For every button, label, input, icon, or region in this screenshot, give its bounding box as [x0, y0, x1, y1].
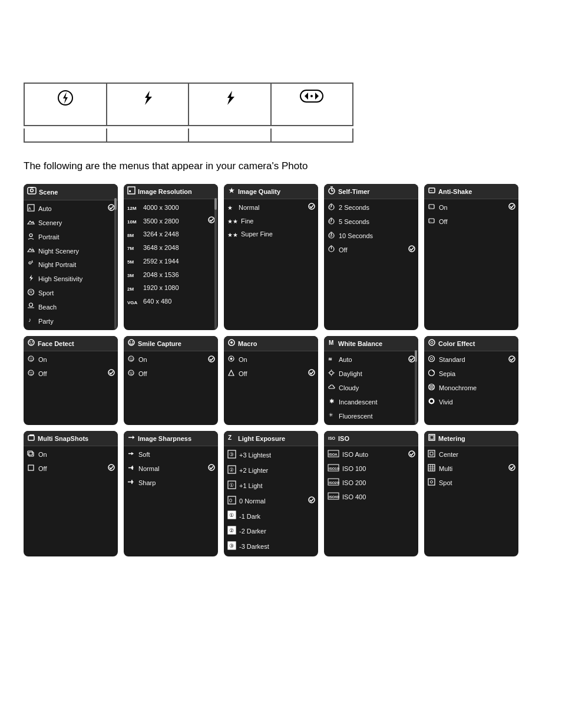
menu-header-icon-macro	[227, 338, 236, 348]
svg-text:ISO200: ISO200	[329, 481, 339, 485]
menu-item[interactable]: Multi	[424, 462, 518, 476]
menu-item[interactable]: Soft	[124, 448, 218, 462]
menu-item-checkmark-image-sharpness-1	[208, 464, 215, 474]
menu-item-icon-color-effect-0	[428, 355, 436, 365]
menu-item-checkmark-self-timer-3	[408, 245, 415, 255]
menu-item-label-image-sharpness-0: Soft	[138, 450, 150, 459]
menu-items-image-quality: ★Normal★★Fine★★Super Fine	[224, 199, 318, 243]
menu-item-label-smile-capture-0: On	[138, 355, 147, 364]
menu-item-icon-image-sharpness-1	[127, 464, 135, 475]
menu-item[interactable]: Off	[324, 243, 418, 257]
menu-item[interactable]: RSport	[24, 286, 118, 301]
menu-item[interactable]: Standard	[424, 353, 518, 367]
menu-item[interactable]: Daylight	[324, 367, 418, 381]
menu-item-icon-white-balance-0: ≋	[328, 355, 336, 365]
mode-cell-flash-on[interactable]	[107, 84, 190, 125]
svg-text:①: ①	[229, 482, 234, 488]
menu-items-multi-snapshots: OnOff	[24, 446, 118, 478]
menu-item[interactable]: Cloudy	[324, 381, 418, 396]
menu-item-label-iso-1: ISO 100	[342, 465, 366, 473]
menu-item[interactable]: Off	[124, 367, 218, 381]
menu-panel-smile-capture: Smile CaptureOnOff	[124, 336, 218, 425]
menu-scroll-bar-image-resolution[interactable]	[214, 198, 217, 329]
menu-item[interactable]: Center	[424, 448, 518, 462]
menu-item[interactable]: VGA640 x 480	[124, 295, 218, 309]
menu-header-self-timer: Self-Timer	[324, 184, 418, 199]
menu-panel-self-timer: Self-Timer22 Seconds55 Seconds1010 Secon…	[324, 184, 418, 330]
menu-header-icon-self-timer	[328, 186, 336, 196]
svg-point-71	[128, 370, 134, 375]
menu-item[interactable]: Off	[24, 462, 118, 476]
menu-item[interactable]: ISO400ISO 400	[324, 490, 418, 505]
menu-panel-macro: MacroOnOff	[224, 336, 318, 425]
flash-auto-icon	[33, 90, 98, 106]
menu-item[interactable]: 1010 Seconds	[324, 229, 418, 243]
menu-item[interactable]: 8M3264 x 2448	[124, 228, 218, 242]
menu-item[interactable]: ♪Party	[24, 314, 118, 328]
menu-item[interactable]: Spot	[424, 476, 518, 490]
menu-scroll-bar-scene[interactable]	[114, 198, 117, 329]
menu-item[interactable]: Vivid	[424, 396, 518, 410]
menu-item[interactable]: Beach	[24, 301, 118, 315]
menu-item[interactable]: On	[24, 353, 118, 367]
menu-item[interactable]: 55 Seconds	[324, 215, 418, 229]
mode-cell-flash-off[interactable]	[189, 84, 272, 125]
menu-item[interactable]: Scenery	[24, 216, 118, 230]
menu-item-label-face-detect-1: Off	[38, 370, 47, 378]
menu-item[interactable]: ~On	[424, 201, 518, 215]
menu-item[interactable]: ③-3 Darkest	[224, 539, 318, 555]
menu-item[interactable]: Sepia	[424, 367, 518, 381]
menu-item[interactable]: On	[24, 448, 118, 462]
menu-item[interactable]: ISO100ISO 100	[324, 462, 418, 476]
menu-item[interactable]: 22 Seconds	[324, 201, 418, 215]
menu-item[interactable]: ISOAISO Auto	[324, 448, 418, 462]
menu-item-icon-image-quality-1: ★★	[227, 216, 238, 226]
menu-item[interactable]: ISO200ISO 200	[324, 476, 418, 490]
menu-item[interactable]: Sharp	[124, 476, 218, 490]
menu-item[interactable]: Normal	[124, 462, 218, 476]
menu-item[interactable]: AAuto	[24, 202, 118, 216]
svg-rect-8	[28, 187, 36, 194]
menu-item[interactable]: ②+2 Lighter	[224, 463, 318, 479]
menu-item[interactable]: 10M3500 x 2800	[124, 215, 218, 228]
svg-marker-108	[131, 452, 134, 455]
menu-item[interactable]: ★★Fine	[224, 215, 318, 228]
menu-item[interactable]: ✱Incandescent	[324, 396, 418, 410]
menu-item[interactable]: On	[124, 353, 218, 367]
menu-item[interactable]: Night Portrait	[24, 258, 118, 272]
menu-item[interactable]: ★Normal	[224, 201, 318, 215]
mode-cell-timer[interactable]	[272, 84, 353, 125]
menu-item[interactable]: ✳Fluorescent	[324, 409, 418, 423]
menu-item[interactable]: ①-1 Dark	[224, 509, 318, 524]
menu-item[interactable]: Portrait	[24, 230, 118, 245]
menu-item[interactable]: ~Off	[424, 215, 518, 229]
menu-item[interactable]: Off	[224, 367, 318, 381]
menu-item[interactable]: ③+3 Lightest	[224, 448, 318, 463]
menu-item[interactable]: High Sensitivity	[24, 272, 118, 286]
menu-item-label-iso-3: ISO 400	[342, 493, 366, 502]
menu-item[interactable]: Monochrome	[424, 381, 518, 396]
menu-item[interactable]: 7M3648 x 2048	[124, 241, 218, 255]
menu-item[interactable]: On	[224, 353, 318, 367]
menu-item[interactable]: ★★Super Fine	[224, 228, 318, 242]
menu-item-icon-white-balance-4: ✳	[328, 411, 336, 421]
menu-item-label-image-resolution-6: 1920 x 1080	[143, 284, 179, 292]
menu-item-icon-scene-0: A	[27, 204, 35, 215]
menu-item-label-metering-1: Multi	[439, 465, 452, 473]
menu-item[interactable]: Night Scenery	[24, 244, 118, 258]
mode-cell-flash-auto[interactable]	[25, 84, 107, 125]
menu-item[interactable]: ①+1 Light	[224, 479, 318, 494]
menu-scroll-bar-white-balance[interactable]	[415, 350, 417, 424]
svg-marker-2	[145, 91, 152, 105]
menu-item[interactable]: 00 Normal	[224, 494, 318, 509]
menu-item[interactable]: 2M1920 x 1080	[124, 282, 218, 295]
menu-item[interactable]: 5M2592 x 1944	[124, 255, 218, 268]
menu-item-label-light-exposure-4: -1 Dark	[239, 512, 260, 521]
menu-item-label-self-timer-2: 10 Seconds	[339, 232, 373, 241]
menu-item[interactable]: ②-2 Darker	[224, 524, 318, 539]
menu-item[interactable]: 12M4000 x 3000	[124, 201, 218, 215]
menu-item-icon-white-balance-1	[328, 369, 336, 380]
menu-item[interactable]: ≋Auto	[324, 353, 418, 367]
menu-item[interactable]: 3M2048 x 1536	[124, 268, 218, 282]
menu-item[interactable]: Off	[24, 367, 118, 381]
